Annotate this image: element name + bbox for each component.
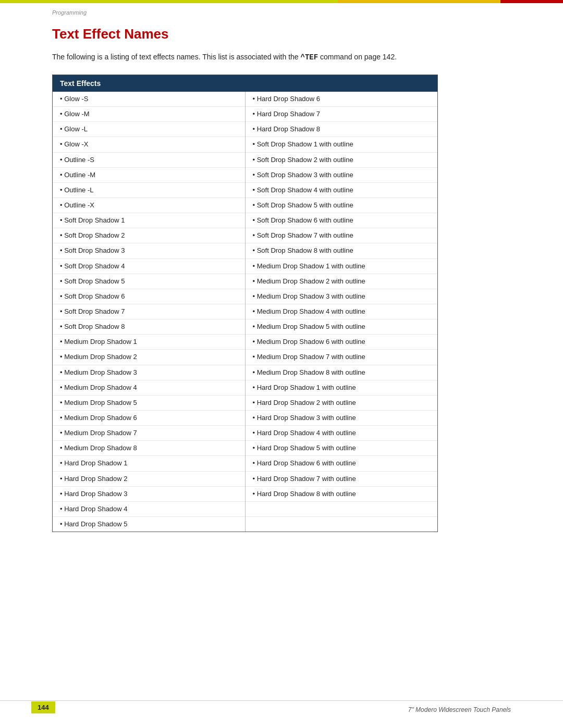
table-row: • Medium Drop Shadow 3 (53, 365, 245, 380)
table-row: • Outline -S (53, 153, 245, 168)
table-row: • Medium Drop Shadow 7 with outline (246, 350, 438, 365)
table-row: • Glow -L (53, 122, 245, 137)
description-before: The following is a listing of text effec… (52, 53, 300, 61)
footer-line (0, 700, 563, 701)
table-row: • Hard Drop Shadow 1 with outline (246, 380, 438, 396)
page-title: Text Effect Names (52, 26, 511, 42)
table-row: • Hard Drop Shadow 5 (53, 517, 245, 532)
table-row: • Medium Drop Shadow 5 with outline (246, 319, 438, 335)
description-after: command on page 142. (318, 53, 397, 61)
table-row: • Hard Drop Shadow 8 (246, 122, 438, 137)
table-col-1: • Glow -S• Glow -M• Glow -L• Glow -X• Ou… (53, 92, 246, 532)
footer-document-title: 7" Modero Widescreen Touch Panels (408, 706, 511, 713)
table-row: • Soft Drop Shadow 4 (53, 259, 245, 274)
description: The following is a listing of text effec… (52, 52, 511, 63)
table-row: • Soft Drop Shadow 2 (53, 228, 245, 243)
table-row: • Hard Drop Shadow 7 with outline (246, 472, 438, 487)
table-row: • Soft Drop Shadow 2 with outline (246, 153, 438, 168)
table-row: • Soft Drop Shadow 7 with outline (246, 228, 438, 243)
top-bar-accent (500, 0, 563, 3)
table-row: • Hard Drop Shadow 2 with outline (246, 396, 438, 411)
top-bar (0, 0, 563, 3)
table-row: • Medium Drop Shadow 4 with outline (246, 304, 438, 319)
table-row: • Soft Drop Shadow 7 (53, 304, 245, 319)
table-row: • Medium Drop Shadow 1 with outline (246, 259, 438, 274)
table-row: • Medium Drop Shadow 7 (53, 426, 245, 441)
table-row-empty (246, 517, 438, 532)
table-row: • Medium Drop Shadow 6 (53, 411, 245, 426)
table-row: • Hard Drop Shadow 1 (53, 456, 245, 471)
table-row: • Soft Drop Shadow 4 with outline (246, 183, 438, 198)
table-row: • Medium Drop Shadow 6 with outline (246, 335, 438, 350)
table-row: • Soft Drop Shadow 6 with outline (246, 213, 438, 228)
table-row: • Medium Drop Shadow 2 with outline (246, 274, 438, 289)
table-header: Text Effects (53, 75, 437, 92)
table-row: • Hard Drop Shadow 5 with outline (246, 441, 438, 456)
table-row: • Medium Drop Shadow 3 with outline (246, 289, 438, 304)
table-col-2: • Hard Drop Shadow 6• Hard Drop Shadow 7… (246, 92, 438, 532)
page-label: Programming (52, 9, 87, 16)
footer-page-number: 144 (31, 701, 55, 713)
command-highlight: ^TEF (300, 53, 318, 61)
table-row: • Outline -X (53, 198, 245, 213)
table-row: • Soft Drop Shadow 3 (53, 243, 245, 258)
table-row: • Soft Drop Shadow 1 with outline (246, 137, 438, 152)
table-row: • Hard Drop Shadow 6 with outline (246, 456, 438, 471)
table-row-empty (246, 502, 438, 517)
table-row: • Medium Drop Shadow 1 (53, 335, 245, 350)
table-row: • Medium Drop Shadow 8 (53, 441, 245, 456)
table-row: • Hard Drop Shadow 3 (53, 487, 245, 502)
table-row: • Soft Drop Shadow 8 with outline (246, 243, 438, 258)
table-row: • Soft Drop Shadow 5 (53, 274, 245, 289)
table-row: • Medium Drop Shadow 8 with outline (246, 365, 438, 380)
table-row: • Glow -S (53, 92, 245, 107)
table-row: • Hard Drop Shadow 4 with outline (246, 426, 438, 441)
table-row: • Soft Drop Shadow 3 with outline (246, 168, 438, 183)
table-row: • Medium Drop Shadow 5 (53, 396, 245, 411)
table-row: • Hard Drop Shadow 3 with outline (246, 411, 438, 426)
table-row: • Hard Drop Shadow 8 with outline (246, 487, 438, 502)
table-row: • Hard Drop Shadow 4 (53, 502, 245, 517)
table-row: • Soft Drop Shadow 5 with outline (246, 198, 438, 213)
table-row: • Medium Drop Shadow 4 (53, 380, 245, 396)
table-row: • Hard Drop Shadow 6 (246, 92, 438, 107)
table-body: • Glow -S• Glow -M• Glow -L• Glow -X• Ou… (53, 92, 437, 532)
text-effects-table: Text Effects • Glow -S• Glow -M• Glow -L… (52, 75, 438, 532)
table-row: • Glow -X (53, 137, 245, 152)
table-row: • Soft Drop Shadow 8 (53, 319, 245, 335)
table-row: • Hard Drop Shadow 2 (53, 472, 245, 487)
table-row: • Outline -L (53, 183, 245, 198)
table-row: • Glow -M (53, 107, 245, 122)
table-row: • Soft Drop Shadow 6 (53, 289, 245, 304)
table-row: • Hard Drop Shadow 7 (246, 107, 438, 122)
table-row: • Soft Drop Shadow 1 (53, 213, 245, 228)
main-content: Text Effect Names The following is a lis… (52, 26, 511, 532)
table-row: • Medium Drop Shadow 2 (53, 350, 245, 365)
table-row: • Outline -M (53, 168, 245, 183)
